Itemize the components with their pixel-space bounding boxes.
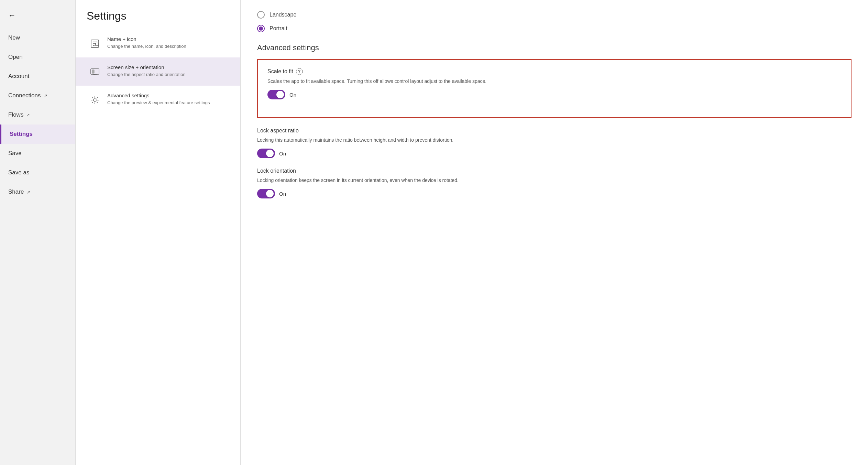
scale-to-fit-box: Scale to fit ? Scales the app to fit ava…: [257, 59, 851, 118]
scale-to-fit-row: Scale to fit ? Scales the app to fit ava…: [267, 68, 841, 99]
sidebar-item-account[interactable]: Account: [0, 67, 75, 86]
portrait-label: Portrait: [270, 25, 287, 32]
sidebar-item-open[interactable]: Open: [0, 47, 75, 67]
lock-orientation-toggle[interactable]: [257, 189, 275, 198]
lock-orientation-desc: Locking orientation keeps the screen in …: [257, 177, 851, 184]
lock-aspect-ratio-title: Lock aspect ratio: [257, 128, 299, 134]
external-link-icon: ↗: [26, 112, 30, 118]
settings-menu-item-screen-size[interactable]: Screen size + orientation Change the asp…: [76, 57, 240, 86]
svg-rect-8: [92, 70, 94, 73]
scale-to-fit-toggle[interactable]: [267, 90, 285, 99]
back-button[interactable]: ←: [0, 6, 75, 28]
screen-size-desc: Change the aspect ratio and orientation: [107, 72, 229, 78]
lock-aspect-ratio-row: Lock aspect ratio Locking this automatic…: [257, 128, 851, 158]
orientation-group: Landscape Portrait: [257, 11, 851, 32]
landscape-label: Landscape: [270, 12, 296, 18]
svg-rect-4: [96, 43, 98, 46]
landscape-radio[interactable]: Landscape: [257, 11, 851, 19]
scale-to-fit-desc: Scales the app to fit available space. T…: [267, 78, 841, 85]
screen-size-title: Screen size + orientation: [107, 64, 229, 70]
name-icon-title: Name + icon: [107, 36, 229, 42]
screen-size-icon: [88, 65, 102, 79]
scale-to-fit-help-icon[interactable]: ?: [296, 68, 303, 75]
portrait-radio[interactable]: Portrait: [257, 25, 851, 32]
name-icon-icon: [88, 37, 102, 51]
sidebar-item-flows[interactable]: Flows ↗: [0, 105, 75, 125]
sidebar-item-connections[interactable]: Connections ↗: [0, 86, 75, 105]
svg-point-9: [94, 99, 96, 101]
sidebar-item-settings[interactable]: Settings: [0, 125, 75, 144]
advanced-settings-icon: [88, 93, 102, 107]
sidebar-item-save[interactable]: Save: [0, 144, 75, 163]
lock-aspect-ratio-toggle[interactable]: [257, 149, 275, 158]
advanced-desc: Change the preview & experimental featur…: [107, 100, 229, 106]
settings-menu-item-advanced[interactable]: Advanced settings Change the preview & e…: [76, 86, 240, 114]
scale-to-fit-toggle-label: On: [289, 92, 296, 98]
lock-aspect-ratio-toggle-label: On: [279, 151, 286, 156]
lock-orientation-toggle-label: On: [279, 191, 286, 197]
right-panel: Landscape Portrait Advanced settings Sca…: [241, 0, 868, 465]
external-link-icon: ↗: [26, 190, 30, 195]
sidebar: ← New Open Account Connections ↗ Flows ↗…: [0, 0, 76, 465]
external-link-icon: ↗: [44, 93, 47, 98]
portrait-radio-circle: [257, 25, 265, 32]
name-icon-desc: Change the name, icon, and description: [107, 43, 229, 50]
lock-aspect-ratio-desc: Locking this automatically maintains the…: [257, 137, 851, 144]
page-title: Settings: [76, 0, 240, 29]
sidebar-item-new[interactable]: New: [0, 28, 75, 47]
lock-orientation-title: Lock orientation: [257, 168, 296, 174]
lock-orientation-row: Lock orientation Locking orientation kee…: [257, 168, 851, 198]
advanced-title: Advanced settings: [107, 93, 229, 98]
scale-to-fit-title: Scale to fit: [267, 68, 293, 75]
advanced-settings-section-title: Advanced settings: [257, 43, 851, 52]
sidebar-item-save-as[interactable]: Save as: [0, 163, 75, 182]
landscape-radio-circle: [257, 11, 265, 19]
settings-menu-panel: Settings Name + icon Change the name, ic…: [76, 0, 241, 465]
sidebar-item-share[interactable]: Share ↗: [0, 182, 75, 202]
settings-menu-item-name-icon[interactable]: Name + icon Change the name, icon, and d…: [76, 29, 240, 57]
